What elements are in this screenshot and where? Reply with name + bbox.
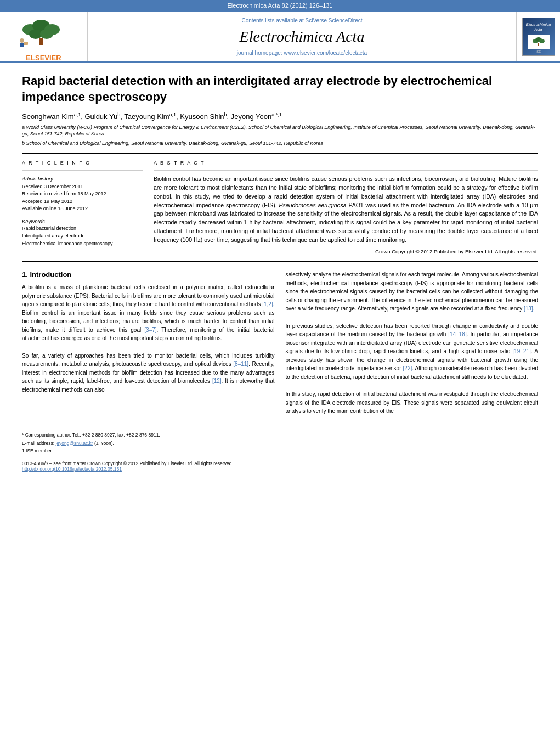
footnote-member: 1 ISE member. [22,448,538,455]
svg-rect-6 [39,38,43,45]
ref-14-18[interactable]: [14–18] [448,331,466,337]
available-date: Available online 18 June 2012 [22,205,143,213]
journal-header: ELSEVIER Contents lists available at Sci… [0,11,560,63]
footer-issn: 0013-4686/$ – see front matter Crown Cop… [22,461,538,466]
footnote-email-link[interactable]: jeyong@snu.ac.kr [55,440,93,446]
divider-after-affiliations [22,153,538,154]
body-right-col: selectively analyze the electrochemical … [286,270,539,416]
footer-doi-link[interactable]: http://dx.doi.org/10.1016/j.electacta.20… [22,466,122,472]
keyword-2: Interdigitated array electrode [22,232,143,240]
abstract-col: A B S T R A C T Biofilm control has beco… [154,160,538,254]
introduction-heading: 1. Introduction [22,270,275,279]
authors: Seonghwan Kima,1, Guiduk Yub, Taeyoung K… [22,111,538,120]
journal-small-logo-icon [529,36,548,48]
journal-center: Contents lists available at SciVerse Sci… [88,12,516,61]
footnote-email: E-mail address: jeyong@snu.ac.kr (J. Yoo… [22,440,538,447]
divider-article-info [22,170,143,171]
ref-22[interactable]: [22] [403,365,412,371]
article-info-label: A R T I C L E I N F O [22,160,143,166]
history-heading: Article history: [22,175,143,183]
sciverse-link[interactable]: Contents lists available at SciVerse Sci… [241,18,362,24]
footer-doi[interactable]: http://dx.doi.org/10.1016/j.electacta.20… [22,466,538,472]
page-wrapper: Electrochimica Acta 82 (2012) 126–131 [0,0,560,475]
affiliation-b: b School of Chemical and Biological Engi… [22,140,538,147]
revised-date: Received in revised form 18 May 2012 [22,190,143,198]
right-paragraph-2: In previous studies, selective detection… [286,322,539,382]
intro-paragraph-1: A biofilm is a mass of planktonic bacter… [22,283,275,343]
svg-point-5 [40,29,53,39]
article-info-block: Article history: Received 3 December 201… [22,175,143,212]
elsevier-logo-inner: ELSEVIER [8,18,80,56]
ref-12[interactable]: [12] [212,378,222,384]
elsevier-logo-container: ELSEVIER [0,12,88,61]
body-section: 1. Introduction A biofilm is a mass of p… [22,270,538,416]
divider-abstract [154,170,538,171]
elsevier-tree-icon [8,18,74,49]
journal-homepage[interactable]: journal homepage: www.elsevier.com/locat… [237,50,367,56]
page-footer: 0013-4686/$ – see front matter Crown Cop… [0,456,560,475]
svg-rect-8 [20,43,24,47]
svg-rect-9 [24,42,28,45]
copyright-text: Crown Copyright © 2012 Published by Else… [154,248,538,254]
footnote-section: * Corresponding author. Tel.: +82 2 880 … [0,427,560,455]
keyword-1: Rapid bacterial detection [22,224,143,232]
ref-1-2[interactable]: [1,2] [262,301,273,307]
article-info-col: A R T I C L E I N F O Article history: R… [22,160,143,254]
divider-after-abstract [22,261,538,262]
journal-citation: Electrochimica Acta 82 (2012) 126–131 [227,2,332,9]
keywords-section: Keywords: Rapid bacterial detection Inte… [22,218,143,248]
journal-title: Electrochimica Acta [240,28,365,46]
keywords-label: Keywords: [22,218,143,224]
abstract-text: Biofilm control has become an important … [154,175,538,244]
right-paragraph-3: In this study, rapid detection of initia… [286,390,539,416]
ref-13[interactable]: [13] [524,306,533,312]
received-date: Received 3 December 2011 [22,183,143,191]
right-paragraph-1: selectively analyze the electrochemical … [286,270,539,313]
keyword-3: Electrochemical impedance spectroscopy [22,240,143,247]
svg-point-7 [20,38,24,43]
paper-title: Rapid bacterial detection with an interd… [22,73,538,105]
article-info-abstract-section: A R T I C L E I N F O Article history: R… [22,160,538,254]
intro-paragraph-2: So far, a variety of approaches has been… [22,352,275,394]
ref-19-21[interactable]: [19–21] [512,348,530,354]
ref-8-11[interactable]: [8–11] [233,361,248,367]
body-left-col: 1. Introduction A biofilm is a mass of p… [22,270,275,416]
accepted-date: Accepted 19 May 2012 [22,198,143,206]
affiliation-a: a World Class University (WCU) Program o… [22,124,538,138]
journal-logo-right: ElectrochimicaActa ISE [516,12,560,61]
author-names: Seonghwan Kima,1, Guiduk Yub, Taeyoung K… [22,112,282,121]
content-area: Rapid bacterial detection with an interd… [0,63,560,427]
top-bar: Electrochimica Acta 82 (2012) 126–131 [0,0,560,11]
svg-point-13 [539,39,545,43]
ref-3-7[interactable]: [3–7] [144,327,156,333]
svg-rect-14 [538,43,539,46]
footnote-corresponding: * Corresponding author. Tel.: +82 2 880 … [22,432,538,439]
elsevier-brand-text: ELSEVIER [8,54,80,62]
footnote-divider [22,429,538,429]
abstract-label: A B S T R A C T [154,160,538,166]
journal-logo-small: ElectrochimicaActa ISE [522,18,555,56]
